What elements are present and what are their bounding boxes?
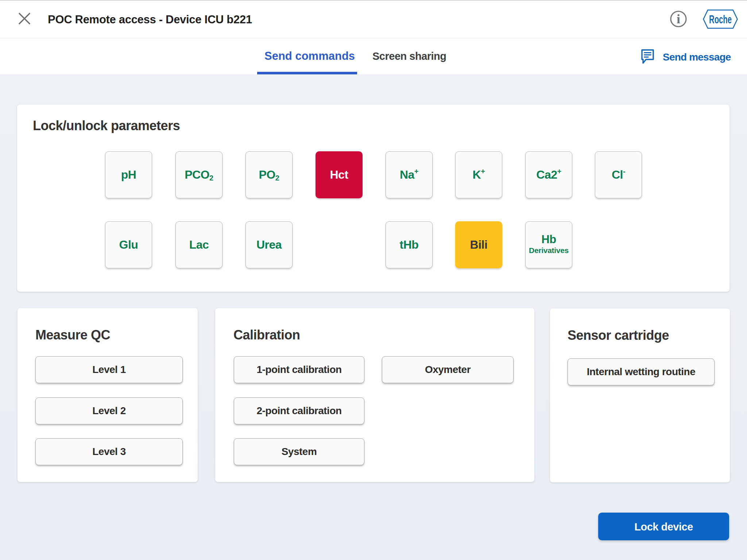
svg-text:i: i [677,12,680,26]
svg-text:Roche: Roche [709,13,732,26]
